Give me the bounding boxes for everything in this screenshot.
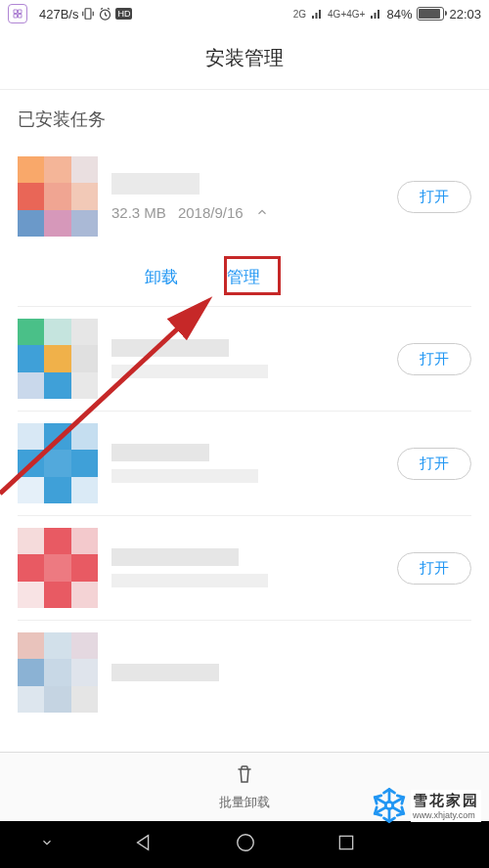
app-item[interactable] [18,621,471,724]
chevron-up-icon [255,205,269,219]
nav-recent-button[interactable] [336,833,356,856]
svg-line-6 [102,8,104,9]
vibrate-icon [81,7,95,21]
nav-dropdown-icon[interactable] [40,836,54,853]
expanded-actions: 卸载 管理 [18,248,471,307]
nav-home-button[interactable] [235,832,256,857]
nav-back-button[interactable] [133,832,155,857]
app-list: 32.3 MB 2018/9/16 打开 卸载 管理 打开 [0,145,489,724]
app-info: 32.3 MB 2018/9/16 [111,173,397,221]
manage-button[interactable]: 管理 [227,266,260,288]
app-icon [18,528,98,608]
open-button[interactable]: 打开 [397,448,471,480]
app-switcher-icon [8,4,27,23]
nav-bar [0,821,489,868]
status-right: 2G 4G+4G+ 84% 22:03 [293,7,481,22]
app-name-censored [111,339,229,357]
open-button[interactable]: 打开 [397,181,471,213]
app-name-censored [111,444,209,461]
app-meta-censored [111,365,268,378]
section-header: 已安装任务 [0,90,489,145]
hd-badge: HD [115,8,132,20]
app-icon [18,632,98,713]
battery-percent: 84% [386,7,412,22]
app-info [111,664,471,681]
svg-point-15 [385,802,392,808]
app-info [111,444,397,483]
signal-icon [311,8,323,20]
signal-4g-label: 4G+4G+ [328,9,365,20]
watermark: 雪花家园 www.xhjaty.com [368,784,481,827]
signal-2g-label: 2G [293,9,306,20]
snowflake-icon [368,784,411,827]
trash-icon [233,762,256,790]
watermark-name: 雪花家园 [413,792,479,810]
app-icon [18,319,98,399]
page-title: 安装管理 [0,27,489,90]
app-meta-censored [111,574,268,587]
app-meta: 32.3 MB 2018/9/16 [111,204,397,221]
app-size: 32.3 MB [111,204,166,221]
app-date: 2018/9/16 [178,204,244,221]
app-icon [18,156,98,237]
svg-line-5 [106,15,108,16]
app-item[interactable]: 32.3 MB 2018/9/16 打开 [18,145,471,248]
open-button[interactable]: 打开 [397,552,471,585]
app-item[interactable]: 打开 [18,412,471,516]
open-button[interactable]: 打开 [397,343,471,375]
svg-rect-0 [86,9,92,20]
app-meta-censored [111,469,258,483]
app-name-censored [111,664,219,681]
watermark-url: www.xhjaty.com [413,810,479,820]
svg-rect-11 [339,836,352,848]
uninstall-button[interactable]: 卸载 [145,266,178,288]
svg-line-7 [108,8,110,9]
app-name-censored [111,548,239,566]
signal-icon-2 [370,8,381,20]
alarm-icon [98,7,112,22]
app-icon [18,423,98,503]
app-info [111,548,397,587]
svg-point-10 [238,835,254,851]
net-speed: 427B/s [39,7,78,22]
status-left: 427B/s HD [39,7,132,22]
clock-time: 22:03 [449,7,481,22]
app-item[interactable]: 打开 [18,307,471,412]
status-bar: 427B/s HD 2G 4G+4G+ 84% 22:03 [0,0,489,27]
app-info [111,339,397,378]
app-item[interactable]: 打开 [18,516,471,621]
battery-icon [417,7,444,21]
app-name-censored [111,173,200,195]
